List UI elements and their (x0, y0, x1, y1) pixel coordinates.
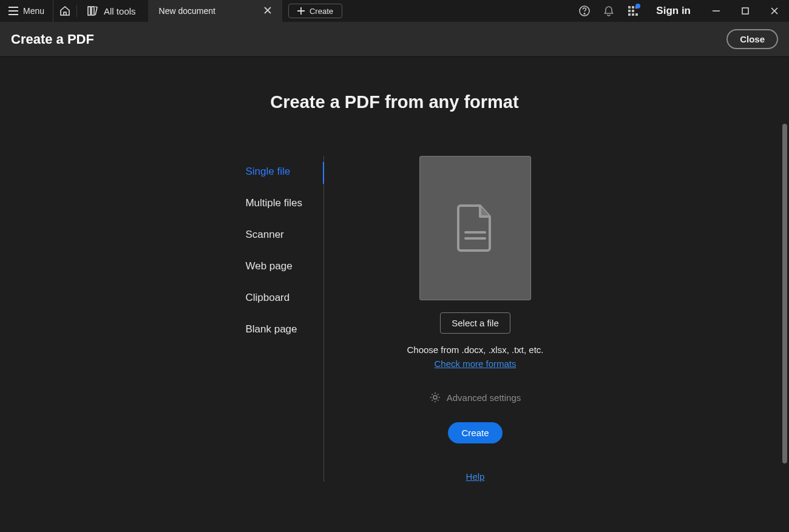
sign-in-label: Sign in (656, 5, 691, 16)
option-scanner[interactable]: Scanner (245, 219, 323, 251)
svg-point-3 (584, 13, 586, 15)
scrollbar[interactable] (782, 124, 787, 463)
window-close-button[interactable] (760, 0, 789, 22)
notifications-button[interactable] (597, 0, 621, 22)
help-link[interactable]: Help (466, 471, 485, 482)
close-panel-button[interactable]: Close (726, 29, 778, 49)
plus-icon (297, 7, 305, 15)
home-icon (59, 5, 70, 16)
home-button[interactable] (53, 0, 76, 22)
hamburger-icon (8, 7, 18, 15)
svg-rect-8 (632, 10, 634, 12)
all-tools-label: All tools (104, 6, 136, 16)
tools-icon (87, 5, 98, 16)
svg-rect-11 (635, 13, 638, 16)
option-clipboard[interactable]: Clipboard (245, 282, 323, 314)
menu-label: Menu (23, 6, 44, 16)
document-tab[interactable]: New document (148, 0, 282, 22)
advanced-settings-label: Advanced settings (447, 392, 521, 403)
tab-close-button[interactable] (264, 5, 271, 16)
gear-icon (430, 392, 441, 403)
minimize-icon (713, 7, 720, 15)
bell-icon (603, 5, 614, 16)
help-button[interactable] (572, 0, 597, 22)
apps-button[interactable] (621, 0, 645, 22)
format-hint: Choose from .docx, .xlsx, .txt, etc. (407, 345, 543, 355)
create-new-button[interactable]: Create (288, 4, 342, 18)
option-single-file[interactable]: Single file (245, 156, 323, 187)
select-file-label: Select a file (452, 318, 499, 328)
file-document-icon (456, 203, 495, 253)
close-panel-label: Close (740, 34, 765, 44)
body-row: Single file Multiple files Scanner Web p… (0, 156, 789, 482)
option-multiple-files[interactable]: Multiple files (245, 187, 323, 219)
file-drop-zone[interactable] (419, 156, 531, 300)
window-minimize-button[interactable] (702, 0, 731, 22)
svg-rect-10 (632, 13, 634, 16)
menu-button[interactable]: Menu (0, 0, 53, 22)
svg-rect-5 (632, 6, 634, 8)
maximize-icon (742, 7, 749, 15)
select-file-button[interactable]: Select a file (440, 312, 510, 334)
create-button-label: Create (461, 428, 489, 438)
window-maximize-button[interactable] (731, 0, 760, 22)
svg-rect-9 (628, 13, 631, 16)
titlebar-right: Sign in (572, 0, 789, 22)
option-blank-page[interactable]: Blank page (245, 314, 323, 345)
create-button[interactable]: Create (448, 422, 502, 443)
content-area: Create a PDF from any format Single file… (0, 57, 789, 532)
more-formats-link[interactable]: Check more formats (434, 359, 516, 369)
svg-rect-4 (628, 6, 631, 8)
titlebar: Menu All tools New document Create Sign … (0, 0, 789, 22)
help-circle-icon (578, 5, 591, 17)
main-heading: Create a PDF from any format (0, 92, 789, 112)
center-column: Select a file Choose from .docx, .xlsx, … (407, 156, 543, 482)
svg-rect-12 (742, 8, 748, 14)
source-options: Single file Multiple files Scanner Web p… (245, 156, 324, 482)
create-new-label: Create (310, 7, 333, 16)
close-icon (264, 7, 271, 14)
all-tools-button[interactable]: All tools (77, 0, 146, 22)
active-indicator (323, 162, 324, 184)
tab-label: New document (159, 6, 215, 16)
close-icon (771, 7, 778, 15)
page-title: Create a PDF (11, 32, 726, 47)
sign-in-button[interactable]: Sign in (645, 5, 702, 17)
svg-rect-7 (628, 10, 631, 12)
sub-header: Create a PDF Close (0, 22, 789, 57)
svg-point-13 (433, 396, 437, 399)
advanced-settings-button[interactable]: Advanced settings (430, 392, 521, 403)
option-web-page[interactable]: Web page (245, 251, 323, 282)
svg-rect-0 (88, 7, 90, 15)
notification-dot-icon (635, 4, 640, 8)
svg-rect-1 (92, 7, 94, 15)
